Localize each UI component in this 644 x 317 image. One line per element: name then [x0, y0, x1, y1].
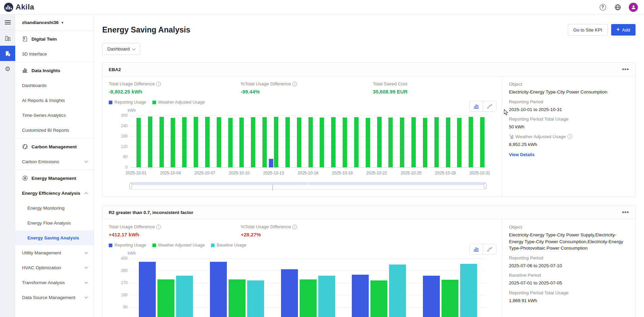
sidebar-item-data-source-management[interactable]: Data Source Management	[15, 290, 93, 305]
info-icon[interactable]: i	[156, 82, 161, 86]
bar-weather-adjusted-usage[interactable]	[297, 118, 301, 167]
globe-icon[interactable]	[614, 3, 621, 11]
datazoom-slider[interactable]: |||	[130, 182, 486, 190]
bar-reporting-usage[interactable]	[281, 269, 298, 317]
bar-baseline-usage[interactable]	[460, 264, 477, 317]
legend-weather-adjusted-usage[interactable]: Weather Adjusted Usage	[152, 100, 205, 105]
add-button[interactable]: + Add	[611, 24, 636, 36]
menu-icon[interactable]	[0, 15, 15, 30]
bar-weather-adjusted-usage[interactable]	[411, 117, 416, 167]
view-details-link[interactable]: View Details	[509, 152, 535, 157]
sidebar-item-utility-management[interactable]: Utility Management	[15, 245, 93, 260]
bar-weather-adjusted-usage[interactable]	[300, 279, 317, 317]
bar-weather-adjusted-usage[interactable]	[217, 117, 221, 167]
bar-weather-adjusted-usage[interactable]	[205, 117, 210, 167]
nav-group-carbon-management: Carbon ManagementCarbon Emissions	[15, 138, 93, 170]
bar-weather-adjusted-usage[interactable]	[480, 117, 485, 167]
gear-icon[interactable]: ⚙	[0, 61, 15, 77]
bar-weather-adjusted-usage[interactable]	[446, 118, 450, 167]
bar-weather-adjusted-usage[interactable]	[370, 280, 387, 317]
sidebar-item-hvac-optimization[interactable]: HVAC Optimization	[15, 260, 93, 275]
user-avatar-icon[interactable]	[629, 3, 638, 12]
sidebar-item-3d-interface[interactable]: 3D Interface	[15, 46, 93, 61]
brand[interactable]: Akila	[4, 3, 34, 12]
bar-weather-adjusted-usage[interactable]	[320, 118, 324, 167]
sidebar-item-time-series-analytics[interactable]: Time-Series Analytics	[15, 108, 93, 123]
bar-weather-adjusted-usage[interactable]	[331, 117, 336, 167]
bar-weather-adjusted-usage[interactable]	[442, 280, 458, 317]
bar-weather-adjusted-usage[interactable]	[148, 117, 152, 167]
slider-handle-right[interactable]	[484, 183, 487, 189]
info-icon[interactable]: i	[156, 225, 161, 229]
sidebar-item-energy-efficiency-analysis[interactable]: Energy Efficiency Analysis	[15, 186, 93, 200]
bar-weather-adjusted-usage[interactable]	[400, 118, 404, 167]
sidebar-item-customized-bi-reports[interactable]: Customized BI Reports	[15, 123, 93, 138]
bar-weather-adjusted-usage[interactable]	[457, 118, 461, 167]
sidebar-group-energy-management[interactable]: Energy Management	[15, 171, 93, 186]
bar-chart-icon[interactable]	[470, 244, 483, 254]
info-icon[interactable]: i	[567, 134, 572, 139]
sidebar-group-digital-twin[interactable]: Digital Twin	[15, 31, 93, 46]
sidebar-item-ai-reports-insights[interactable]: AI Reports & Insights	[15, 93, 93, 108]
bar-weather-adjusted-usage[interactable]	[366, 118, 370, 167]
slider-grip-icon: |||	[306, 183, 309, 185]
workspace-selector[interactable]: zhandianceshi36 ▼	[15, 15, 93, 30]
bar-baseline-usage[interactable]	[247, 280, 264, 317]
info-icon[interactable]: i	[292, 82, 297, 86]
sidebar-item-dashboards[interactable]: Dashboards	[15, 78, 93, 93]
bar-weather-adjusted-usage[interactable]	[239, 118, 244, 167]
sidebar-item-energy-flow-analysis[interactable]: Energy Flow Analysis	[15, 215, 93, 230]
bar-weather-adjusted-usage[interactable]	[423, 118, 427, 167]
bar-weather-adjusted-usage[interactable]	[251, 117, 255, 167]
bar-reporting-usage[interactable]	[269, 159, 273, 168]
bar-reporting-usage[interactable]	[139, 262, 156, 317]
bar-baseline-usage[interactable]	[389, 265, 406, 317]
bar-weather-adjusted-usage[interactable]	[388, 118, 393, 167]
more-icon[interactable]: •••	[622, 211, 629, 214]
legend-swatch	[152, 244, 156, 247]
bar-weather-adjusted-usage[interactable]	[274, 117, 278, 167]
bar-weather-adjusted-usage[interactable]	[229, 279, 245, 317]
line-chart-icon[interactable]	[483, 101, 496, 111]
bar-weather-adjusted-usage[interactable]	[171, 118, 175, 167]
bar-baseline-usage[interactable]	[318, 276, 335, 317]
bar-chart-icon[interactable]	[470, 101, 483, 111]
buildings-icon[interactable]	[0, 30, 15, 46]
bar-baseline-usage[interactable]	[176, 276, 193, 317]
sidebar-item-transformer-analysis[interactable]: Transformer Analysis	[15, 275, 93, 290]
bar-weather-adjusted-usage[interactable]	[354, 117, 359, 167]
sidebar-item-carbon-emissions[interactable]: Carbon Emissions	[15, 154, 93, 169]
bar-weather-adjusted-usage[interactable]	[434, 117, 439, 167]
bar-weather-adjusted-usage[interactable]	[343, 118, 347, 167]
sidebar-group-carbon-management[interactable]: Carbon Management	[15, 139, 93, 154]
legend-reporting-usage[interactable]: Reporting Usage	[109, 100, 146, 105]
bar-weather-adjusted-usage[interactable]	[469, 117, 473, 167]
sidebar-item-energy-monitoring[interactable]: Energy Monitoring	[15, 200, 93, 215]
bar-weather-adjusted-usage[interactable]	[377, 117, 382, 167]
more-icon[interactable]: •••	[622, 68, 629, 71]
bar-weather-adjusted-usage[interactable]	[308, 117, 313, 167]
sidebar-group-data-insights[interactable]: Data Insights	[15, 63, 93, 78]
bar-weather-adjusted-usage[interactable]	[285, 117, 290, 167]
bar-weather-adjusted-usage[interactable]	[182, 117, 187, 167]
bar-reporting-usage[interactable]	[210, 262, 227, 317]
sidebar-item-energy-saving-analysis[interactable]: Energy Saving Analysis	[15, 230, 93, 245]
line-chart-icon[interactable]	[483, 244, 496, 254]
help-icon[interactable]: ?	[599, 3, 606, 11]
legend-reporting-usage[interactable]: Reporting Usage	[109, 243, 146, 248]
bar-weather-adjusted-usage[interactable]	[194, 117, 198, 167]
bar-weather-adjusted-usage[interactable]	[157, 279, 174, 317]
bar-weather-adjusted-usage[interactable]	[262, 117, 267, 167]
info-icon[interactable]: i	[292, 225, 297, 229]
building-active-icon[interactable]	[0, 46, 15, 61]
go-to-site-kpi-button[interactable]: Go to Site KPI	[568, 24, 608, 36]
bar-weather-adjusted-usage[interactable]	[159, 117, 164, 167]
bar-reporting-usage[interactable]	[423, 276, 440, 317]
view-dropdown[interactable]: Dashboard	[102, 43, 140, 55]
legend-weather-adjusted-usage[interactable]: Weather Adjusted Usage	[152, 243, 205, 248]
slider-handle-left[interactable]	[129, 183, 132, 189]
bar-reporting-usage[interactable]	[352, 275, 369, 317]
bar-weather-adjusted-usage[interactable]	[228, 118, 233, 167]
legend-baseline-usage[interactable]: Baseline Usage	[211, 243, 246, 248]
bar-weather-adjusted-usage[interactable]	[136, 118, 141, 167]
